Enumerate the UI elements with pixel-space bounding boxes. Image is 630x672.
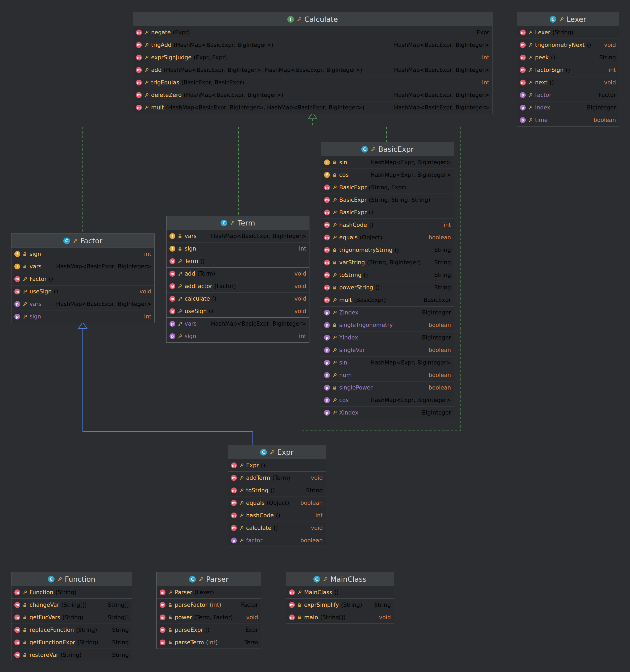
class-header[interactable]: CFunction [11, 572, 132, 586]
member-row-vars[interactable]: pvarsHashMap<BasicExpr, BigInteger> [11, 298, 154, 310]
member-row-cos[interactable]: pcosHashMap<Expr, BigInteger> [321, 394, 454, 406]
member-row-Lexer[interactable]: mLexer(String) [517, 26, 619, 39]
class-node-calculate[interactable]: ICalculatemnegate(Expr)ExprmtrigAdd(Hash… [133, 12, 493, 114]
member-row-trigonometryNext[interactable]: mtrigonometryNext()void [517, 39, 619, 51]
member-row-index[interactable]: pindexBigInteger [517, 101, 619, 114]
member-row-sin[interactable]: psinHashMap<Expr, BigInteger> [321, 356, 454, 369]
member-row-vars[interactable]: pvarsHashMap<BasicExpr, BigInteger> [167, 318, 309, 330]
member-row-useSign[interactable]: museSign()void [11, 285, 154, 298]
member-row-replaceFunction[interactable]: mreplaceFunction(String)String [11, 624, 132, 636]
member-row-exprSimplify[interactable]: mexprSimplify(String)String [286, 599, 394, 611]
member-row-Factor[interactable]: mFactor() [11, 273, 154, 285]
member-row-next[interactable]: mnext()void [517, 76, 619, 89]
class-node-function[interactable]: CFunctionmFunction(String)mchangeVar(Str… [11, 572, 132, 661]
class-header[interactable]: CTerm [167, 216, 309, 230]
members-section: pZIndexBigIntegerpsingleTrigonometrybool… [321, 306, 454, 419]
key-icon [144, 43, 149, 48]
member-row-factor[interactable]: pfactorFactor [517, 89, 619, 101]
member-row-vars[interactable]: fvarsHashMap<BasicExpr, BigInteger> [167, 230, 309, 242]
member-row-num[interactable]: pnumboolean [321, 369, 454, 381]
member-row-cos[interactable]: fcosHashMap<Expr, BigInteger> [321, 169, 454, 181]
member-row-restoreVar[interactable]: mrestoreVar(String)String [11, 649, 132, 661]
class-header[interactable]: CFactor [11, 234, 154, 248]
member-row-MainClass[interactable]: mMainClass() [286, 586, 394, 599]
member-row-useSign[interactable]: museSign()void [167, 305, 309, 317]
class-node-parser[interactable]: CParsermParser(Lexer)mparseFactor(int)Fa… [156, 572, 261, 649]
member-type: String[] [104, 602, 129, 608]
member-row-mult[interactable]: mmult(HashMap<BasicExpr, BigInteger>, Ha… [133, 101, 492, 114]
member-row-singleVar[interactable]: psingleVarboolean [321, 344, 454, 356]
member-row-Parser[interactable]: mParser(Lexer) [157, 586, 261, 599]
member-row-getFucVars[interactable]: mgetFucVars(String)String[] [11, 611, 132, 624]
member-row-add[interactable]: madd(Term)void [167, 268, 309, 280]
member-row-BasicExpr[interactable]: mBasicExpr() [321, 206, 454, 219]
member-row-time[interactable]: ptimeboolean [517, 114, 619, 126]
member-row-powerString[interactable]: mpowerString()String [321, 281, 454, 294]
member-row-add[interactable]: madd(HashMap<BasicExpr, BigInteger>, Has… [133, 64, 492, 76]
member-row-trigonometryString[interactable]: mtrigonometryString()String [321, 244, 454, 256]
member-row-negate[interactable]: mnegate(Expr)Expr [133, 26, 492, 39]
member-row-equals[interactable]: mequals(Object)boolean [321, 231, 454, 244]
member-row-BasicExpr[interactable]: mBasicExpr(String, Expr) [321, 181, 454, 194]
member-row-addFactor[interactable]: maddFactor(Factor)void [167, 280, 309, 292]
member-row-sign[interactable]: psignint [167, 330, 309, 342]
class-node-factor[interactable]: CFactorfsignintfvarsHashMap<BasicExpr, B… [11, 234, 155, 323]
member-row-changeVar[interactable]: mchangeVar(String[])String[] [11, 599, 132, 611]
class-header[interactable]: CExpr [228, 445, 326, 459]
class-header[interactable]: CLexer [517, 12, 619, 26]
member-row-factorSign[interactable]: mfactorSign()int [517, 64, 619, 76]
key-icon [332, 185, 337, 190]
member-row-hashCode[interactable]: mhashCode()int [321, 219, 454, 231]
key-icon [239, 526, 244, 531]
member-row-power[interactable]: mpower(Term, Factor)void [157, 611, 261, 624]
member-row-main[interactable]: mmain(String[])void [286, 611, 394, 624]
member-row-toString[interactable]: mtoString()String [228, 484, 326, 497]
member-row-exprSignJudge[interactable]: mexprSignJudge(Expr, Expr)int [133, 51, 492, 64]
class-header[interactable]: CParser [157, 572, 261, 586]
member-row-toString[interactable]: mtoString()String [321, 269, 454, 281]
property-icon: p [15, 314, 20, 319]
member-row-calculate[interactable]: mcalculate()void [167, 292, 309, 305]
member-row-Function[interactable]: mFunction(String) [11, 586, 132, 599]
member-row-sin[interactable]: fsinHashMap<Expr, BigInteger> [321, 156, 454, 169]
member-row-ZIndex[interactable]: pZIndexBigInteger [321, 307, 454, 319]
member-row-calculate[interactable]: mcalculate()void [228, 522, 326, 534]
extends-expr-to-factor [83, 329, 253, 445]
member-row-sign[interactable]: fsignint [11, 248, 154, 260]
member-row-equals[interactable]: mequals(Object)boolean [228, 497, 326, 509]
member-row-BasicExpr[interactable]: mBasicExpr(String, String, String) [321, 194, 454, 206]
member-row-factor[interactable]: pfactorboolean [228, 534, 326, 547]
class-header[interactable]: ICalculate [133, 12, 492, 26]
class-node-expr[interactable]: CExprmExpr()maddTerm(Term)voidmtoString(… [228, 445, 326, 547]
member-name: Term [185, 258, 198, 264]
member-row-addTerm[interactable]: maddTerm(Term)void [228, 472, 326, 484]
class-header[interactable]: CMainClass [286, 572, 394, 586]
member-row-vars[interactable]: fvarsHashMap<BasicExpr, BigInteger> [11, 260, 154, 273]
class-node-term[interactable]: CTermfvarsHashMap<BasicExpr, BigInteger>… [166, 216, 309, 343]
member-row-hashCode[interactable]: mhashCode()int [228, 509, 326, 522]
member-row-singleTrigonometry[interactable]: psingleTrigonometryboolean [321, 319, 454, 331]
member-row-parseExpr[interactable]: mparseExpr()Expr [157, 624, 261, 636]
member-row-trigEqulas[interactable]: mtrigEqulas(BasicExpr, BasicExpr)int [133, 76, 492, 89]
member-row-XIndex[interactable]: pXIndexBigInteger [321, 406, 454, 419]
member-row-varString[interactable]: mvarString(String, BigInteger)String [321, 256, 454, 269]
class-node-mainclass[interactable]: CMainClassmMainClass()mexprSimplify(Stri… [286, 572, 394, 624]
member-row-Expr[interactable]: mExpr() [228, 459, 326, 472]
member-row-parseTerm[interactable]: mparseTerm(int)Term [157, 636, 261, 649]
member-row-parseFactor[interactable]: mparseFactor(int)Factor [157, 599, 261, 611]
member-row-peek[interactable]: mpeek()String [517, 51, 619, 64]
class-header[interactable]: CBasicExpr [321, 142, 454, 156]
member-row-deleteZero[interactable]: mdeleteZero(HashMap<BasicExpr, BigIntege… [133, 89, 492, 101]
class-node-basicexpr[interactable]: CBasicExprfsinHashMap<Expr, BigInteger>f… [321, 142, 454, 419]
member-row-Term[interactable]: mTerm() [167, 255, 309, 267]
member-row-trigAdd[interactable]: mtrigAdd(HashMap<BasicExpr, BigInteger>)… [133, 39, 492, 51]
member-row-sign[interactable]: psignint [11, 310, 154, 323]
member-row-getFunctionExpr[interactable]: mgetFunctionExpr(String)String [11, 636, 132, 649]
member-row-YIndex[interactable]: pYIndexBigInteger [321, 331, 454, 344]
members-section: pfactorFactorpindexBigIntegerptimeboolea… [517, 89, 619, 126]
class-node-lexer[interactable]: CLexermLexer(String)mtrigonometryNext()v… [516, 12, 619, 126]
member-row-sign[interactable]: fsignint [167, 242, 309, 255]
member-row-singlePower[interactable]: psinglePowerboolean [321, 381, 454, 394]
member-row-mult[interactable]: mmult(BasicExpr)BasicExpr [321, 294, 454, 306]
key-icon [239, 538, 244, 543]
